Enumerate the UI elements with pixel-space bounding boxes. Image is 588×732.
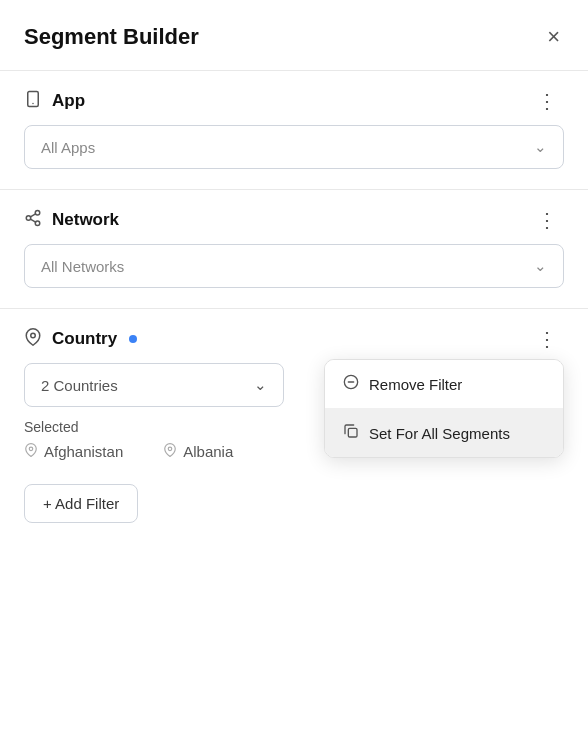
list-item: Albania (163, 443, 233, 460)
app-more-button[interactable]: ⋮ (531, 89, 564, 113)
svg-point-7 (31, 333, 36, 338)
context-menu: Remove Filter Set For All Segments (324, 359, 564, 458)
remove-filter-menu-item[interactable]: Remove Filter (325, 360, 563, 408)
network-dropdown[interactable]: All Networks ⌄ (24, 244, 564, 288)
network-dropdown-arrow: ⌄ (534, 257, 547, 275)
svg-point-9 (168, 447, 172, 451)
svg-line-5 (30, 219, 35, 222)
segment-builder-panel: Segment Builder × App ⋮ All Apps ⌄ (0, 0, 588, 732)
country-name: Albania (183, 443, 233, 460)
add-filter-button[interactable]: + Add Filter (24, 484, 138, 523)
app-section-label: App (24, 90, 85, 113)
app-icon (24, 90, 42, 113)
svg-rect-12 (348, 428, 357, 437)
app-dropdown[interactable]: All Apps ⌄ (24, 125, 564, 169)
app-section: App ⋮ All Apps ⌄ (0, 71, 588, 190)
country-dropdown-arrow: ⌄ (254, 376, 267, 394)
country-more-button[interactable]: ⋮ (531, 327, 564, 351)
pin-icon (163, 443, 177, 460)
country-icon (24, 328, 42, 351)
set-all-segments-icon (343, 423, 359, 443)
panel-header: Segment Builder × (0, 0, 588, 71)
app-section-header: App ⋮ (24, 89, 564, 113)
country-section-label: Country (24, 328, 137, 351)
svg-line-6 (30, 213, 35, 216)
country-section: Country ⋮ 2 Countries ⌄ Selected Clear a… (0, 309, 588, 460)
network-more-button[interactable]: ⋮ (531, 208, 564, 232)
remove-filter-icon (343, 374, 359, 394)
panel-title: Segment Builder (24, 24, 199, 50)
selected-label: Selected (24, 419, 78, 435)
set-for-all-segments-menu-item[interactable]: Set For All Segments (325, 409, 563, 457)
country-section-header: Country ⋮ (24, 327, 564, 351)
network-icon (24, 209, 42, 232)
app-dropdown-arrow: ⌄ (534, 138, 547, 156)
close-button[interactable]: × (543, 22, 564, 52)
country-dropdown[interactable]: 2 Countries ⌄ (24, 363, 284, 407)
country-modified-dot (129, 335, 137, 343)
pin-icon (24, 443, 38, 460)
list-item: Afghanistan (24, 443, 123, 460)
network-section-header: Network ⋮ (24, 208, 564, 232)
svg-point-8 (29, 447, 33, 451)
country-name: Afghanistan (44, 443, 123, 460)
network-section-label: Network (24, 209, 119, 232)
network-section: Network ⋮ All Networks ⌄ (0, 190, 588, 309)
